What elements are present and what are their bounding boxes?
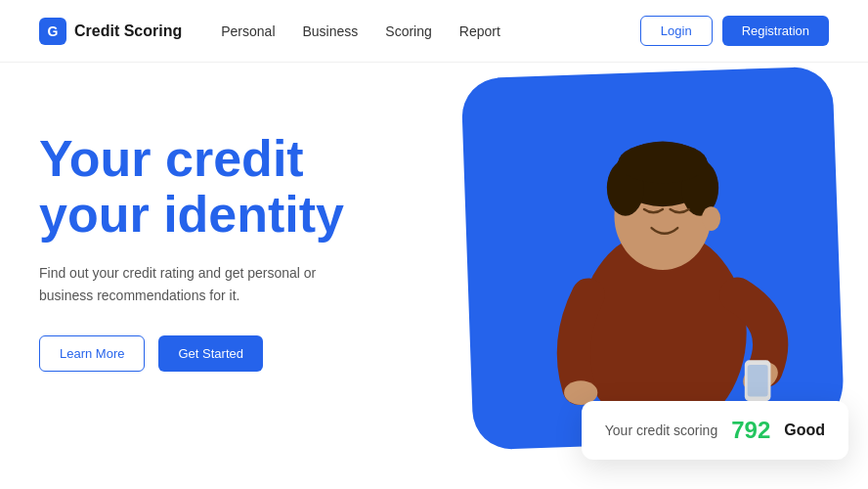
- logo-area: G Credit Scoring: [39, 18, 182, 45]
- registration-button[interactable]: Registration: [722, 16, 829, 46]
- learn-more-button[interactable]: Learn More: [39, 335, 145, 372]
- credit-card-label: Your credit scoring: [605, 422, 717, 438]
- logo-icon: G: [39, 18, 66, 45]
- navbar: G Credit Scoring Personal Business Scori…: [0, 0, 868, 63]
- hero-buttons: Learn More Get Started: [39, 335, 450, 372]
- hero-description: Find out your credit rating and get pers…: [39, 262, 332, 306]
- svg-point-7: [702, 206, 720, 231]
- nav-links: Personal Business Scoring Report: [221, 23, 640, 39]
- nav-link-personal[interactable]: Personal: [221, 23, 275, 39]
- nav-link-business[interactable]: Business: [303, 23, 359, 39]
- credit-score-status: Good: [784, 422, 825, 439]
- credit-score-value: 792: [731, 417, 770, 444]
- logo-text: Credit Scoring: [74, 22, 182, 40]
- hero-section: Your credit your identity Find out your …: [0, 63, 868, 489]
- hero-left: Your credit your identity Find out your …: [39, 111, 450, 372]
- nav-link-scoring[interactable]: Scoring: [385, 23, 431, 39]
- person-illustration: [506, 63, 819, 444]
- get-started-button[interactable]: Get Started: [158, 335, 262, 372]
- hero-title: Your credit your identity: [39, 131, 450, 243]
- nav-buttons: Login Registration: [640, 16, 829, 46]
- svg-rect-10: [748, 365, 768, 396]
- svg-point-6: [618, 142, 707, 183]
- nav-link-report[interactable]: Report: [459, 23, 500, 39]
- login-button[interactable]: Login: [640, 16, 713, 46]
- person-figure: [497, 63, 829, 454]
- hero-right: Your credit scoring 792 Good: [418, 63, 868, 489]
- credit-score-card: Your credit scoring 792 Good: [582, 401, 848, 460]
